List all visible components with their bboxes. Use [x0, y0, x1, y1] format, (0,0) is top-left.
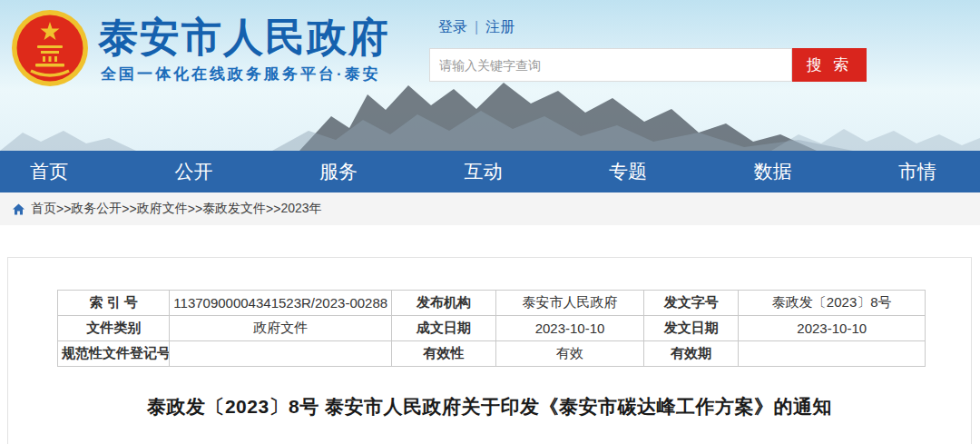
validity-label: 有效性	[392, 341, 496, 367]
index-number-label: 索 引 号	[58, 291, 170, 316]
file-category-value: 政府文件	[170, 316, 392, 341]
breadcrumb-separator: >>	[56, 202, 71, 216]
nav-item-open[interactable]: 公开	[175, 159, 213, 184]
breadcrumb-item-gov-open[interactable]: 政务公开	[71, 201, 122, 217]
nav-item-services[interactable]: 服务	[319, 159, 358, 184]
breadcrumb-separator: >>	[122, 202, 136, 216]
nav-item-topics[interactable]: 专题	[609, 159, 647, 184]
breadcrumb-item-home[interactable]: 首页	[31, 201, 56, 217]
search-input[interactable]	[429, 48, 792, 82]
document-number-label: 发文字号	[644, 291, 739, 316]
home-icon	[12, 202, 25, 216]
login-register-separator: |	[475, 19, 478, 35]
search-button[interactable]: 搜 索	[792, 48, 867, 82]
document-title: 泰政发〔2023〕8号 泰安市人民政府关于印发《泰安市碳达峰工作方案》的通知	[8, 394, 971, 419]
validity-value: 有效	[495, 341, 643, 367]
document-card: 索 引 号 11370900004341523R/2023-00288 发布机构…	[7, 257, 972, 444]
index-number-value: 11370900004341523R/2023-00288	[170, 291, 392, 316]
breadcrumb-separator: >>	[266, 202, 280, 216]
site-title: 泰安市人民政府	[98, 11, 390, 64]
table-row: 规范性文件登记号 有效性 有效 有效期	[58, 341, 926, 367]
table-row: 文件类别 政府文件 成文日期 2023-10-10 发文日期 2023-10-1…	[58, 316, 926, 341]
validity-period-label: 有效期	[644, 341, 739, 367]
page: 泰安市人民政府 全国一体化在线政务服务平台·泰安 登录|注册 搜 索 首页 公开…	[0, 0, 980, 444]
validity-period-value	[739, 341, 926, 367]
nav-item-interact[interactable]: 互动	[465, 159, 503, 184]
nav-item-cityinfo[interactable]: 市情	[898, 159, 936, 184]
header-banner: 泰安市人民政府 全国一体化在线政务服务平台·泰安 登录|注册 搜 索	[0, 0, 980, 151]
login-link[interactable]: 登录	[438, 19, 467, 35]
issue-date-value: 2023-10-10	[739, 316, 926, 341]
issuing-agency-value: 泰安市人民政府	[495, 291, 643, 316]
register-link[interactable]: 注册	[485, 19, 514, 35]
document-number-value: 泰政发〔2023〕8号	[739, 291, 926, 316]
regulatory-reg-number-value	[170, 341, 392, 367]
site-logo[interactable]: 泰安市人民政府 全国一体化在线政务服务平台·泰安	[11, 7, 401, 98]
table-row: 索 引 号 11370900004341523R/2023-00288 发布机构…	[58, 291, 926, 316]
breadcrumb-item-gov-files[interactable]: 政府文件	[137, 201, 188, 217]
breadcrumb-item-year-2023[interactable]: 2023年	[280, 201, 321, 217]
account-links: 登录|注册	[438, 18, 514, 37]
search-bar: 搜 索	[429, 48, 867, 82]
file-category-label: 文件类别	[58, 316, 170, 341]
document-metadata-table: 索 引 号 11370900004341523R/2023-00288 发布机构…	[57, 290, 926, 367]
breadcrumb-item-taizhengfa-files[interactable]: 泰政发文件	[202, 201, 266, 217]
issuing-agency-label: 发布机构	[392, 291, 496, 316]
national-emblem-icon	[11, 9, 89, 87]
regulatory-reg-number-label: 规范性文件登记号	[58, 341, 170, 367]
nav-item-home[interactable]: 首页	[30, 159, 68, 184]
breadcrumb: 首页>>政务公开>>政府文件>>泰政发文件>>2023年	[0, 192, 980, 225]
breadcrumb-separator: >>	[188, 202, 202, 216]
site-tagline: 全国一体化在线政务服务平台·泰安	[101, 64, 381, 84]
main-nav: 首页 公开 服务 互动 专题 数据 市情	[0, 151, 980, 192]
issue-date-label: 发文日期	[644, 316, 739, 341]
written-date-label: 成文日期	[392, 316, 496, 341]
written-date-value: 2023-10-10	[495, 316, 643, 341]
nav-item-data[interactable]: 数据	[754, 159, 792, 184]
